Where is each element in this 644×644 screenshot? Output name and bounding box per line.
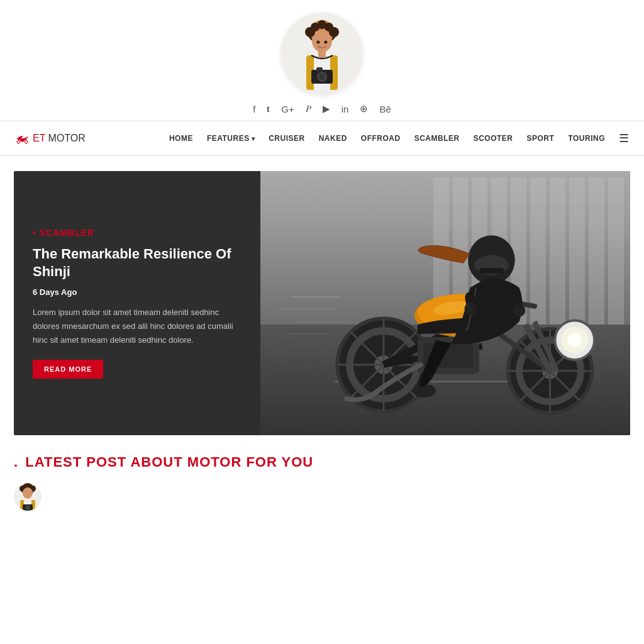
nav-touring[interactable]: TOURING (568, 134, 605, 143)
hamburger-menu-icon[interactable]: ☰ (619, 131, 629, 145)
svg-point-50 (464, 303, 477, 315)
site-header: 🏍 ET MOTOR HOME FEATURES ▾ CRUISER NAKED… (0, 121, 644, 156)
avatar-illustration (287, 14, 357, 93)
social-icons-bar: f 𝐭 G+ 𝑃 ▶ in ⊕ Bē (253, 103, 391, 114)
behance-icon[interactable]: Bē (379, 104, 391, 114)
hero-bg-image (260, 171, 630, 435)
section-title-text: LATEST POST ABOUT MOTOR FOR YOU (25, 454, 313, 470)
section-title: . LATEST POST ABOUT MOTOR FOR YOU (14, 454, 630, 470)
svg-point-7 (318, 20, 326, 29)
globe-icon[interactable]: ⊕ (360, 103, 368, 114)
logo-motorcycle-icon: 🏍 (15, 130, 29, 147)
nav-home[interactable]: HOME (169, 134, 193, 143)
motorcycle-scene-svg (260, 171, 630, 435)
facebook-icon[interactable]: f (253, 104, 255, 114)
svg-point-8 (317, 40, 320, 43)
post-author-row (14, 483, 630, 511)
svg-rect-16 (318, 52, 326, 58)
hero-category: SCAMBLER (33, 228, 242, 238)
svg-rect-15 (316, 67, 323, 71)
nav-offroad[interactable]: OFFROAD (361, 134, 401, 143)
hero-image-panel (260, 171, 630, 435)
section-dot: . (14, 454, 18, 470)
hero-date: 6 Days Ago (33, 287, 242, 297)
chevron-down-icon: ▾ (252, 135, 255, 142)
nav-scambler[interactable]: SCAMBLER (414, 134, 460, 143)
svg-rect-48 (479, 268, 504, 274)
googleplus-icon[interactable]: G+ (281, 104, 294, 114)
linkedin-icon[interactable]: in (341, 104, 349, 114)
hero-excerpt: Lorem ipsum dolor sit amet timeam deleni… (33, 306, 242, 347)
svg-point-62 (25, 505, 30, 510)
hero-text-panel: SCAMBLER The Remarkable Resilience Of Sh… (14, 171, 260, 435)
svg-point-41 (567, 333, 582, 348)
author-avatar (14, 483, 42, 511)
svg-point-58 (23, 487, 33, 499)
hero-banner: SCAMBLER The Remarkable Resilience Of Sh… (14, 171, 630, 435)
main-nav: HOME FEATURES ▾ CRUISER NAKED OFFROAD SC… (128, 131, 629, 145)
site-logo[interactable]: 🏍 ET MOTOR (15, 130, 128, 147)
nav-sport[interactable]: SPORT (527, 134, 555, 143)
read-more-button[interactable]: READ MORE (33, 360, 103, 379)
svg-point-49 (513, 304, 526, 317)
avatar (281, 13, 363, 94)
svg-point-9 (325, 40, 328, 43)
nav-scooter[interactable]: SCOOTER (474, 134, 513, 143)
twitter-icon[interactable]: 𝐭 (267, 103, 270, 114)
hero-title: The Remarkable Resilience Of Shinji (33, 245, 242, 281)
logo-text: ET MOTOR (33, 133, 86, 144)
nav-features[interactable]: FEATURES ▾ (207, 134, 255, 143)
svg-point-14 (319, 74, 325, 80)
nav-naked[interactable]: NAKED (319, 134, 347, 143)
latest-section: . LATEST POST ABOUT MOTOR FOR YOU (14, 454, 630, 517)
youtube-icon[interactable]: ▶ (323, 103, 330, 114)
profile-section: f 𝐭 G+ 𝑃 ▶ in ⊕ Bē (0, 0, 644, 121)
pinterest-icon[interactable]: 𝑃 (306, 103, 311, 114)
nav-cruiser[interactable]: CRUISER (269, 134, 305, 143)
author-avatar-svg (15, 483, 40, 511)
